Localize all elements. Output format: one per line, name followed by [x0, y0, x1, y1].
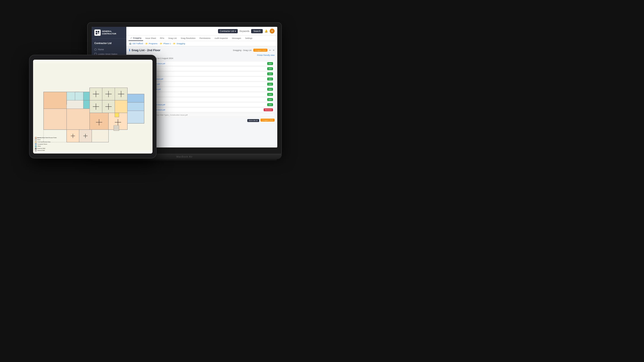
svg-rect-48 [92, 130, 108, 142]
legend-item-3: Computer Room [35, 143, 56, 145]
svg-rect-11 [67, 92, 75, 100]
legend-item-4: Office [35, 145, 56, 147]
search-button[interactable]: Search [251, 29, 263, 33]
scene: GENERAL CONTRACTOR Contractor Ltd Home L… [0, 0, 644, 362]
contractor-button[interactable]: Contractor Ltd ▾ [218, 29, 238, 33]
svg-rect-0 [96, 31, 97, 32]
snagging-breadcrumb-icon: 📁 [173, 42, 176, 45]
add-button-8[interactable]: Add [267, 103, 273, 106]
svg-rect-41 [114, 125, 119, 130]
snagging-icon: ✓ [130, 37, 132, 39]
close-icon[interactable]: ✕ [273, 49, 274, 51]
laptop-foot [92, 159, 277, 162]
legend-item-1: Store [35, 139, 56, 141]
tab-messages[interactable]: Messages [230, 36, 243, 41]
tab-issue-sheet[interactable]: Issue Sheet [144, 36, 158, 41]
add-button-3[interactable]: Add [267, 77, 273, 80]
laptop-brand-label: MacBook Air [176, 155, 193, 158]
content-header: ℹ Snag List - 2nd Floor Snagging - Snag … [129, 48, 274, 52]
svg-rect-10 [75, 92, 83, 100]
svg-rect-1 [98, 31, 99, 32]
floor-legend: Female/Male Bath/Shower/Toilet Store Cat… [35, 137, 56, 152]
add-button-6[interactable]: Add [267, 93, 273, 96]
avatar[interactable]: U [270, 28, 274, 33]
programs-breadcrumb-icon: 📁 [145, 42, 148, 45]
tab-rfis[interactable]: RFIs [158, 36, 166, 41]
svg-rect-13 [44, 92, 67, 109]
notification-icon[interactable]: 🔔 [264, 29, 268, 33]
add-button-1[interactable]: Add [267, 67, 273, 70]
svg-rect-40 [128, 111, 144, 123]
nav-tabs: ✓ Snagging Issue Sheet RFIs Snag List [126, 35, 277, 41]
legend-item-6: Internal Wall [35, 149, 56, 152]
add-button-7[interactable]: Add [267, 98, 273, 101]
svg-rect-27 [115, 100, 127, 113]
tab-settings[interactable]: Settings [243, 36, 254, 41]
svg-rect-15 [67, 109, 90, 130]
svg-rect-14 [44, 109, 67, 130]
floor-plan: Legend Female/Male Bath/Shower/Toilet St… [33, 60, 152, 153]
svg-rect-12 [84, 100, 90, 109]
breadcrumb: 🏢 Old Trafford › 📁 Programs › 📁 Phase 1 … [126, 41, 277, 46]
keywords-label: Keywords [240, 30, 249, 32]
svg-rect-2 [96, 33, 97, 34]
logo-icon [94, 29, 100, 36]
date-stamp: 2024-08-02 [247, 119, 259, 122]
tablet-frame: Legend Female/Male Bath/Shower/Toilet St… [29, 55, 156, 158]
printer-link[interactable]: Printer friendly view [257, 54, 274, 56]
svg-rect-54 [115, 113, 119, 117]
tab-permissions[interactable]: Permissions [198, 36, 212, 41]
content-title: ℹ Snag List - 2nd Floor [129, 48, 160, 52]
legend-item-0: Female/Male Bath/Shower/Toilet [35, 137, 56, 139]
svg-rect-39 [128, 102, 144, 111]
app-topbar: Contractor Ltd ▾ Keywords Search 🔔 U [126, 27, 277, 35]
add-button-5[interactable]: Add [267, 88, 273, 91]
legend-item-2: Catering/Service Area [35, 141, 56, 143]
logo-text: GENERAL CONTRACTOR [102, 30, 116, 35]
edit-icon[interactable]: ✏ [269, 49, 271, 51]
sidebar-company-title: Contractor Ltd [92, 41, 126, 45]
context-label: Snagging - Snag List [233, 49, 252, 51]
tab-snag-list[interactable]: Snag List [166, 36, 179, 41]
remove-button[interactable]: Remove [264, 108, 273, 111]
svg-rect-3 [98, 33, 99, 33]
date-badge-2: 2 August 2024 [260, 119, 274, 122]
date-badge: 8 August 2024 [253, 49, 268, 52]
phase-breadcrumb-icon: 📁 [160, 42, 162, 45]
tab-audit-inspector[interactable]: Audit Inspector [213, 36, 230, 41]
svg-rect-38 [128, 94, 144, 102]
content-title-right: Snagging - Snag List 8 August 2024 ✏ ✕ [233, 49, 274, 52]
add-button-2[interactable]: Add [267, 72, 273, 75]
home-icon [94, 48, 96, 51]
sidebar-item-home[interactable]: Home [92, 47, 126, 52]
add-button-0[interactable]: Add [267, 62, 273, 65]
building-breadcrumb-icon: 🏢 [129, 42, 132, 45]
sidebar-logo: GENERAL CONTRACTOR [92, 29, 126, 39]
add-button-4[interactable]: Add [267, 83, 273, 86]
tab-snag-resolution[interactable]: Snag Resolution [179, 36, 197, 41]
svg-rect-9 [84, 92, 90, 100]
legend-item-5: External Wall [35, 147, 56, 150]
info-icon: ℹ [129, 48, 130, 52]
tablet: Legend Female/Male Bath/Shower/Toilet St… [29, 55, 156, 158]
tab-snagging[interactable]: ✓ Snagging [128, 35, 143, 41]
tablet-screen: Legend Female/Male Bath/Shower/Toilet St… [33, 60, 152, 153]
